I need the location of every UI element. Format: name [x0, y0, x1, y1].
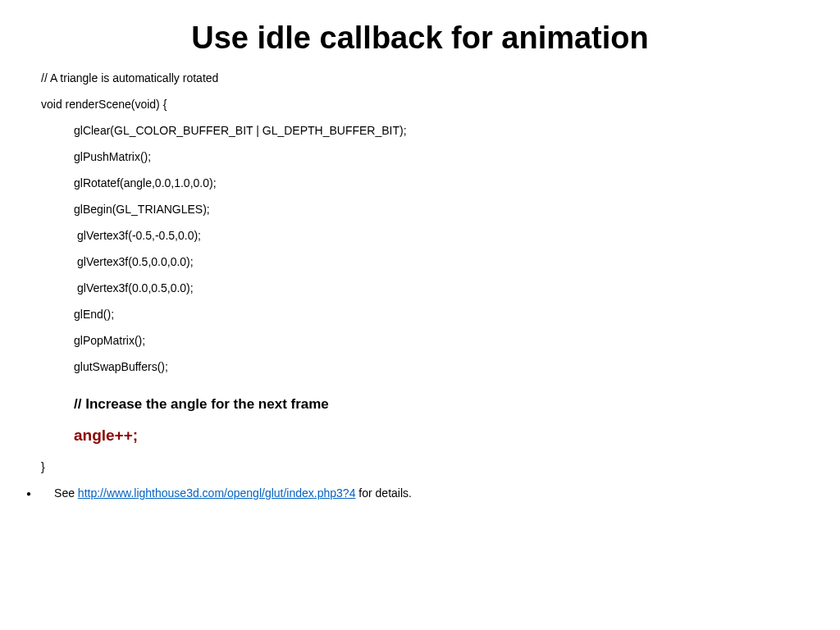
code-line: glClear(GL_COLOR_BUFFER_BIT | GL_DEPTH_B… — [41, 125, 799, 136]
footer-link[interactable]: http://www.lighthouse3d.com/opengl/glut/… — [78, 486, 356, 500]
code-angle-increment: angle++; — [41, 427, 799, 443]
code-line: glRotatef(angle,0.0,1.0,0.0); — [41, 177, 799, 189]
code-vertex: glVertex3f(0.0,0.5,0.0); — [41, 282, 799, 294]
code-vertex: glVertex3f(0.5,0.0,0.0); — [41, 256, 799, 267]
code-func-open: void renderScene(void) { — [41, 98, 799, 110]
bullet-icon: ● — [26, 490, 31, 498]
footer-see: See — [54, 486, 78, 500]
code-line: glBegin(GL_TRIANGLES); — [41, 203, 799, 215]
code-line: glEnd(); — [41, 308, 799, 320]
code-line: glPopMatrix(); — [41, 335, 799, 346]
code-block: // A triangle is automatically rotated v… — [41, 72, 799, 499]
code-close-brace: } — [41, 461, 799, 472]
code-line: glutSwapBuffers(); — [41, 361, 799, 372]
code-comment: // A triangle is automatically rotated — [41, 72, 799, 84]
footer-line: ● See http://www.lighthouse3d.com/opengl… — [41, 487, 799, 499]
slide-title: Use idle callback for animation — [41, 21, 799, 56]
code-vertex: glVertex3f(-0.5,-0.5,0.0); — [41, 230, 799, 241]
slide: Use idle callback for animation // A tri… — [0, 0, 840, 630]
code-bold-comment: // Increase the angle for the next frame — [41, 397, 799, 411]
code-line: glPushMatrix(); — [41, 151, 799, 162]
footer-after: for details. — [355, 486, 411, 500]
